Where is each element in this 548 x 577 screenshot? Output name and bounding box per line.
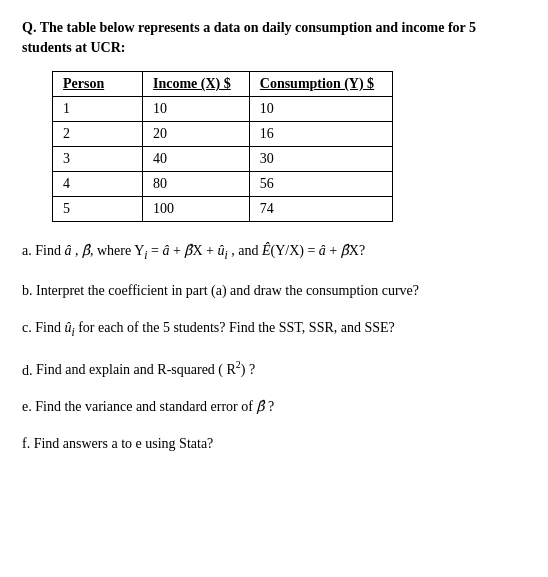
- table-cell: 56: [249, 172, 392, 197]
- table-cell: 2: [53, 122, 143, 147]
- parts-section: a. Find â , β̂, where Yi = â + β̂X + ûi …: [22, 240, 526, 454]
- table-cell: 4: [53, 172, 143, 197]
- table-cell: 16: [249, 122, 392, 147]
- table-cell: 80: [143, 172, 250, 197]
- col-header-income: Income (X) $: [143, 72, 250, 97]
- table-cell: 10: [143, 97, 250, 122]
- part-d: d. Find and explain and R-squared ( R2) …: [22, 358, 526, 381]
- part-c-text: Find ûi for each of the 5 students? Find…: [35, 320, 395, 335]
- part-b: b. Interpret the coefficient in part (a)…: [22, 280, 526, 301]
- question-header: Q. The table below represents a data on …: [22, 18, 526, 57]
- col-header-person: Person: [53, 72, 143, 97]
- part-b-text: Interpret the coefficient in part (a) an…: [36, 283, 419, 298]
- table-cell: 20: [143, 122, 250, 147]
- part-d-label: d.: [22, 362, 36, 377]
- part-f-label: f.: [22, 436, 34, 451]
- table-row: 510074: [53, 197, 393, 222]
- table-row: 11010: [53, 97, 393, 122]
- table-cell: 100: [143, 197, 250, 222]
- part-f-text: Find answers a to e using Stata?: [34, 436, 214, 451]
- part-d-text: Find and explain and R-squared ( R2) ?: [36, 362, 255, 377]
- part-a: a. Find â , β̂, where Yi = â + β̂X + ûi …: [22, 240, 526, 264]
- table-cell: 10: [249, 97, 392, 122]
- table-cell: 30: [249, 147, 392, 172]
- part-a-text: Find â , β̂, where Yi = â + β̂X + ûi , a…: [35, 243, 365, 258]
- data-table-wrapper: Person Income (X) $ Consumption (Y) $ 11…: [52, 71, 526, 222]
- table-row: 22016: [53, 122, 393, 147]
- table-cell: 1: [53, 97, 143, 122]
- part-e: e. Find the variance and standard error …: [22, 396, 526, 417]
- part-c-label: c.: [22, 320, 35, 335]
- part-e-text: Find the variance and standard error of …: [35, 399, 274, 414]
- data-table: Person Income (X) $ Consumption (Y) $ 11…: [52, 71, 393, 222]
- table-row: 48056: [53, 172, 393, 197]
- part-a-label: a.: [22, 243, 35, 258]
- table-row: 34030: [53, 147, 393, 172]
- table-cell: 3: [53, 147, 143, 172]
- part-b-label: b.: [22, 283, 36, 298]
- table-cell: 5: [53, 197, 143, 222]
- part-c: c. Find ûi for each of the 5 students? F…: [22, 317, 526, 341]
- part-f: f. Find answers a to e using Stata?: [22, 433, 526, 454]
- table-cell: 40: [143, 147, 250, 172]
- col-header-consumption: Consumption (Y) $: [249, 72, 392, 97]
- part-e-label: e.: [22, 399, 35, 414]
- table-cell: 74: [249, 197, 392, 222]
